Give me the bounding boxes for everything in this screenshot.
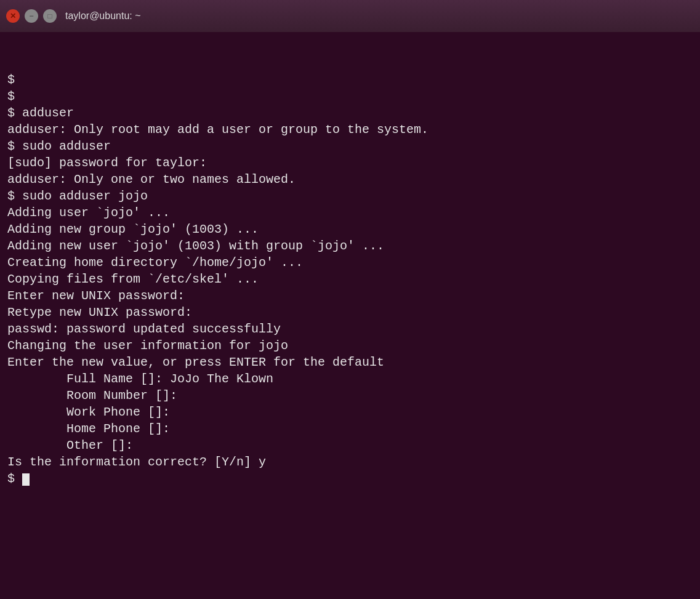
terminal-line: [sudo] password for taylor: <box>7 155 693 171</box>
terminal-line: Copying files from `/etc/skel' ... <box>7 271 693 287</box>
titlebar: ✕ − □ taylor@ubuntu: ~ <box>0 0 700 32</box>
terminal-line: $ <box>7 71 693 88</box>
terminal-line: adduser: Only one or two names allowed. <box>7 171 693 188</box>
terminal-line: Retype new UNIX password: <box>7 304 693 321</box>
terminal-line: Other []: <box>7 437 693 454</box>
close-button[interactable]: ✕ <box>6 9 20 23</box>
terminal-line: Adding user `jojo' ... <box>7 204 693 221</box>
terminal-line: Is the information correct? [Y/n] y <box>7 454 693 470</box>
terminal-cursor <box>22 473 30 486</box>
window-title: taylor@ubuntu: ~ <box>65 10 141 22</box>
terminal-line: Room Number []: <box>7 387 693 404</box>
terminal-line: $ sudo adduser <box>7 138 693 155</box>
terminal-line: Adding new user `jojo' (1003) with group… <box>7 238 693 254</box>
terminal-output: $$$ adduseradduser: Only root may add a … <box>7 71 693 487</box>
terminal-line: Enter the new value, or press ENTER for … <box>7 354 693 371</box>
terminal-line: $ sudo adduser jojo <box>7 188 693 204</box>
minimize-icon: − <box>29 12 33 20</box>
terminal-line: Full Name []: JoJo The Klown <box>7 371 693 387</box>
terminal-window: ✕ − □ taylor@ubuntu: ~ $$$ adduseradduse… <box>0 0 700 599</box>
maximize-button[interactable]: □ <box>43 9 57 23</box>
terminal-line: Work Phone []: <box>7 404 693 420</box>
terminal-line: $ adduser <box>7 105 693 121</box>
terminal-line: $ <box>7 88 693 105</box>
terminal-line: adduser: Only root may add a user or gro… <box>7 121 693 138</box>
terminal-body[interactable]: $$$ adduseradduser: Only root may add a … <box>0 32 700 599</box>
terminal-line: $ <box>7 470 693 487</box>
maximize-icon: □ <box>47 12 52 20</box>
terminal-line: Home Phone []: <box>7 420 693 437</box>
terminal-line: Creating home directory `/home/jojo' ... <box>7 254 693 271</box>
close-icon: ✕ <box>10 12 16 20</box>
terminal-line: passwd: password updated successfully <box>7 321 693 337</box>
terminal-line: Changing the user information for jojo <box>7 337 693 354</box>
minimize-button[interactable]: − <box>25 9 38 23</box>
terminal-line: Enter new UNIX password: <box>7 287 693 304</box>
terminal-line: Adding new group `jojo' (1003) ... <box>7 221 693 238</box>
